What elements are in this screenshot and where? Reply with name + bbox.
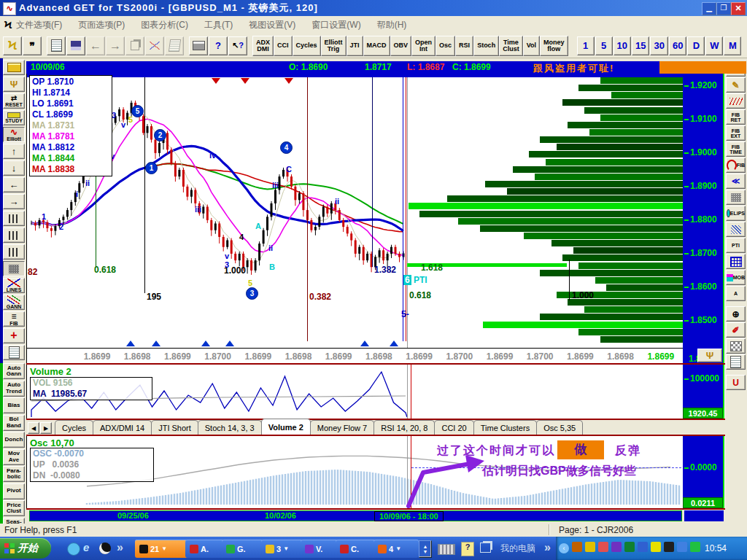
indicator-button-6[interactable]: OBV [390,36,412,56]
tool-grid[interactable] [726,190,746,205]
context-help-icon[interactable]: ↖? [228,36,247,55]
tool-scroll-up[interactable]: ↑ [3,144,25,159]
indicator-button-3[interactable]: Elliott Trig [321,36,347,56]
indicator-button-13[interactable]: Money flow [540,36,568,56]
tool-elliott[interactable]: ∿Elliott [3,127,25,142]
menu-item-1[interactable]: 页面选项(P) [78,19,125,31]
keyboard-icon[interactable] [438,544,455,555]
indicator-button-12[interactable]: Vol [523,36,540,56]
indicator-button-0[interactable]: ADX DMI [252,36,274,56]
tool-open-chart[interactable] [3,60,25,75]
menu-item-6[interactable]: 帮助(H) [377,19,407,31]
task-button-6[interactable]: 4▼ [374,540,419,558]
study-2[interactable]: Bias [3,397,25,413]
menu-item-4[interactable]: 视图设置(V) [249,19,295,31]
study-3[interactable]: Bol Band [3,415,25,431]
timeframe-button-1[interactable]: 1 [577,36,595,55]
tool-study[interactable]: STUDY [3,110,25,125]
indicator-button-7[interactable]: Open Int [411,36,436,56]
indicator-button-4[interactable]: JTI [347,36,363,56]
task-button-5[interactable]: C. [336,540,379,558]
close-button[interactable]: ✕ [731,2,746,15]
tab-adx-dmi-14[interactable]: ADX/DMI 14 [93,420,152,435]
menu-item-0[interactable]: 文件选项(F) [16,19,62,31]
indicator-button-1[interactable]: CCI [274,36,293,56]
timeframe-button-W[interactable]: W [705,36,723,55]
tool-report[interactable] [726,354,746,370]
tab-jti-short[interactable]: JTI Short [151,420,198,435]
minimize-button[interactable]: ▁ [702,2,716,15]
tool-fib-circle[interactable]: FIB [726,158,746,173]
tool-fib-retracement[interactable]: FIB RET [726,109,746,125]
tab-time-clusters[interactable]: Time Clusters [473,420,537,435]
messenger-icon[interactable] [67,542,80,556]
quote-icon[interactable]: ❞ [23,36,42,55]
indicator-button-5[interactable]: MACD [363,36,390,56]
tool-compress-bars[interactable] [3,211,25,226]
tool-fib-extension[interactable]: FIB EXT [726,125,746,141]
tool-expand-bars[interactable] [3,228,25,243]
copy-chart-icon[interactable] [125,36,144,55]
move-chart-icon[interactable] [165,36,184,55]
delete-chart-icon[interactable] [145,36,164,55]
prev-page-icon[interactable]: ← [86,36,105,55]
menu-item-2[interactable]: 图表分析(C) [141,19,188,31]
toolbar-chevron[interactable]: ▲▼ [419,540,432,558]
timeframe-button-M[interactable]: M [724,36,741,55]
qq-icon[interactable] [99,542,111,554]
tool-hatch[interactable] [726,222,746,237]
tool-scroll-right[interactable]: → [3,194,25,209]
tabs-scroll-right[interactable]: ▶ [40,422,52,434]
indicator-button-9[interactable]: RSI [455,36,473,56]
tool-gann[interactable]: GANN [3,295,25,310]
tool-table[interactable] [726,254,746,269]
tool-gann-fan[interactable]: ≪ [726,174,746,189]
tool-page-grid[interactable] [3,261,25,276]
tool-fib[interactable]: ≡FIB [3,311,25,327]
indicator-button-10[interactable]: Stoch [473,36,499,56]
tray-icon-8[interactable] [677,542,687,552]
tray-icon-5[interactable] [638,542,648,552]
tool-fib-time[interactable]: FIB TIME [726,141,746,157]
tool-undo[interactable]: U [726,375,746,390]
tab-volume-2[interactable]: Volume 2 [261,419,311,435]
tool-pattern[interactable] [726,338,746,354]
tray-icon-4[interactable] [624,542,635,552]
task-button-2[interactable]: G. [222,540,267,558]
tab-cci-20[interactable]: CCI 20 [434,420,473,435]
study-0[interactable]: Auto Gann [3,363,25,379]
taskbar-more-icon[interactable]: » [544,541,551,554]
tray-icon-2[interactable] [598,542,608,552]
tabs-scroll-left[interactable]: ◀ [28,422,39,434]
start-button[interactable]: 开始 [0,538,51,559]
tool-mob[interactable]: MOB [726,270,746,285]
new-page-icon[interactable] [47,36,66,55]
tool-ellipse[interactable]: ELiPS [726,206,746,221]
tool-scroll-down[interactable]: ↓ [3,160,25,176]
tool-crosshair[interactable]: + [3,328,25,343]
tray-icon-6[interactable] [651,542,661,552]
tray-icon-0[interactable] [572,542,582,552]
tray-collapse-icon[interactable]: ‹ [559,543,569,553]
study-6[interactable]: Para- bolic [3,466,25,482]
tab-stoch-14-3-3[interactable]: Stoch 14, 3, 3 [198,420,262,435]
timeframe-button-5[interactable]: 5 [595,36,613,55]
pin-icon[interactable]: Ϟ [3,36,22,55]
help-tray-icon[interactable]: ? [461,542,474,556]
tool-lines[interactable]: LINES [3,278,25,293]
tool-zoom[interactable]: ⊕ [726,306,746,322]
tool-pencil[interactable]: ✎ [726,77,746,93]
tray-icon-9[interactable] [690,542,700,552]
indicator-button-8[interactable]: Osc [436,36,455,56]
tray-icon-7[interactable] [664,542,674,552]
tab-osc-5-35[interactable]: Osc 5,35 [536,420,583,435]
tool-symbol-list[interactable]: Ψ [3,77,25,92]
tray-icon-1[interactable] [585,542,595,552]
price-scale[interactable]: 1.8 1.92001.91001.90001.89001.88001.8700… [683,74,724,363]
menu-item-3[interactable]: 工具(T) [204,19,233,31]
timeframe-button-15[interactable]: 15 [632,36,649,55]
internet-explorer-icon[interactable]: e [83,541,89,553]
restore-button[interactable]: ❐ [716,2,731,15]
timeframe-button-10[interactable]: 10 [614,36,631,55]
tool-scroll-left[interactable]: ← [3,177,25,192]
